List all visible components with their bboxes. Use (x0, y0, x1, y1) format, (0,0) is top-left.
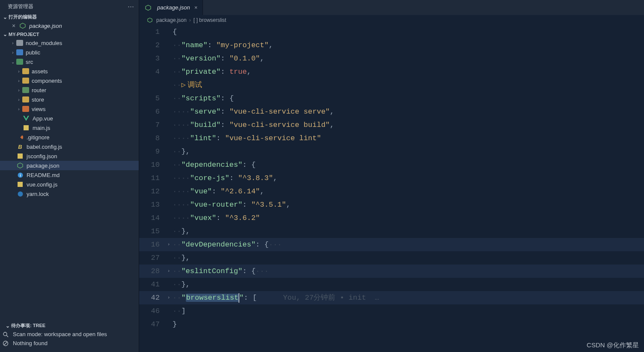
todo-header-label: 待办事项: TREE (11, 322, 45, 329)
sidebar: 资源管理器 ⋯ ⌄ 打开的编辑器 × package.json ⌄ MY-PRO… (0, 0, 139, 352)
svg-line-12 (4, 342, 7, 345)
project-header[interactable]: ⌄ MY-PROJECT (0, 30, 139, 38)
fold-icon[interactable]: › (165, 265, 173, 278)
todo-nothing-label: Nothing found (13, 340, 48, 346)
npm-icon (144, 4, 152, 11)
tab-label: package.json (157, 4, 190, 11)
tree-item[interactable]: ›components (0, 76, 139, 85)
explorer-title: 资源管理器 (8, 3, 33, 10)
svg-marker-4 (18, 163, 23, 168)
tree-item[interactable]: jsconfig.json (0, 151, 139, 161)
open-editor-item[interactable]: × package.json (0, 21, 139, 30)
tree-item[interactable]: iREADME.md (0, 170, 139, 180)
open-editors-header[interactable]: ⌄ 打开的编辑器 (0, 13, 139, 21)
chevron-down-icon: ⌄ (2, 31, 9, 37)
close-icon[interactable]: × (12, 22, 15, 29)
tab-bar: package.json × (139, 0, 644, 15)
chevron-right-icon: › (189, 17, 191, 23)
svg-rect-1 (24, 125, 29, 130)
breadcrumb-path: [ ] browserslist (194, 17, 227, 23)
todo-section: ⌄ 待办事项: TREE Scan mode: workspace and op… (0, 319, 139, 352)
file-tree: ›node_modules›public⌄src›assets›componen… (0, 38, 139, 319)
fold-icon[interactable]: › (165, 238, 173, 251)
tree-item[interactable]: yarn.lock (0, 189, 139, 199)
tree-item[interactable]: main.js (0, 123, 139, 132)
forbidden-icon (3, 340, 10, 346)
open-editor-filename: package.json (29, 23, 62, 29)
editor: package.json × package.json › [ ] browse… (139, 0, 644, 352)
todo-scan-label: Scan mode: workspace and open files (13, 331, 107, 337)
svg-text:i: i (20, 173, 21, 178)
breadcrumb[interactable]: package.json › [ ] browserslist (139, 15, 644, 25)
tree-item[interactable]: .gitignore (0, 132, 139, 142)
tree-item[interactable]: ⌄src (0, 57, 139, 66)
project-name: MY-PROJECT (9, 32, 39, 37)
svg-rect-7 (18, 182, 23, 187)
open-editors-label: 打开的编辑器 (9, 14, 37, 20)
fold-icon[interactable]: › (165, 291, 173, 304)
svg-point-9 (3, 332, 7, 336)
debug-codelens[interactable]: ▷调试 (181, 81, 202, 89)
code-editor[interactable]: 1{ 2··"name": "my-project", 3··"version"… (139, 25, 644, 352)
more-icon[interactable]: ⋯ (128, 3, 134, 10)
svg-marker-13 (146, 5, 151, 10)
npm-icon (19, 22, 27, 29)
svg-marker-0 (20, 23, 25, 28)
tree-item[interactable]: ›store (0, 95, 139, 104)
tree-item[interactable]: ›router (0, 85, 139, 95)
chevron-down-icon: ⌄ (2, 14, 9, 20)
svg-marker-14 (148, 18, 152, 22)
svg-point-8 (18, 191, 23, 196)
todo-header[interactable]: ⌄ 待办事项: TREE (3, 322, 134, 330)
npm-icon (146, 17, 154, 24)
watermark: CSDN @化作繁星 (587, 341, 639, 349)
tab-package-json[interactable]: package.json × (139, 0, 203, 15)
git-blame: You, 27分钟前 • init … (283, 294, 379, 302)
tree-item[interactable]: Bbabel.config.js (0, 142, 139, 151)
svg-line-10 (6, 335, 8, 337)
close-icon[interactable]: × (194, 4, 198, 11)
breadcrumb-file: package.json (156, 17, 187, 23)
todo-nothing-found: Nothing found (3, 339, 134, 348)
tree-item[interactable]: ›node_modules (0, 38, 139, 48)
tree-item[interactable]: vue.config.js (0, 180, 139, 189)
search-icon (3, 331, 10, 337)
tree-item[interactable]: ›assets (0, 66, 139, 76)
tree-item[interactable]: ›views (0, 104, 139, 114)
todo-scan-mode[interactable]: Scan mode: workspace and open files (3, 330, 134, 339)
svg-rect-3 (18, 153, 23, 159)
tree-item[interactable]: App.vue (0, 114, 139, 123)
chevron-down-icon: ⌄ (4, 323, 11, 329)
tree-item[interactable]: package.json (0, 161, 139, 170)
tree-item[interactable]: ›public (0, 48, 139, 57)
svg-rect-2 (20, 135, 23, 139)
